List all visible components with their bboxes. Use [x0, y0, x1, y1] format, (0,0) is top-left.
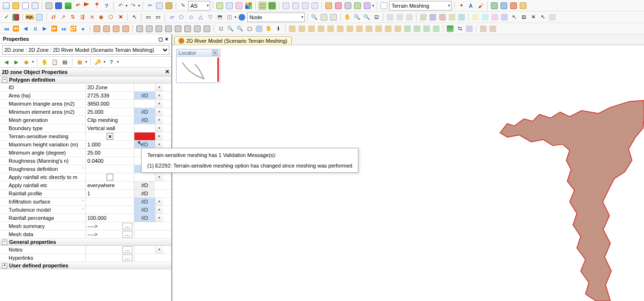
- help2-icon[interactable]: ?: [107, 58, 116, 66]
- chart-icon[interactable]: [446, 24, 454, 33]
- tree-icon[interactable]: [35, 13, 44, 22]
- net-icon[interactable]: ⇆: [455, 24, 464, 33]
- dropdown-btn[interactable]: [155, 214, 163, 222]
- g7-icon[interactable]: [193, 24, 202, 33]
- help-icon[interactable]: ?: [102, 1, 111, 10]
- forward-icon[interactable]: ⏩: [50, 24, 59, 33]
- t5-icon[interactable]: ↖: [510, 13, 518, 22]
- prop-value[interactable]: 2D Zone: [85, 84, 134, 91]
- flag-cell[interactable]: [134, 254, 155, 262]
- s16-icon[interactable]: [432, 24, 441, 33]
- p1-icon[interactable]: [419, 13, 428, 22]
- prop-value[interactable]: everywhere: [85, 181, 134, 189]
- prop-value[interactable]: …: [85, 246, 134, 253]
- g5-icon[interactable]: [174, 24, 182, 33]
- prop-value[interactable]: 1.000: [85, 141, 134, 148]
- grid2-icon[interactable]: [268, 1, 276, 10]
- copy-icon[interactable]: [155, 1, 164, 10]
- check-icon[interactable]: ✓: [2, 13, 11, 22]
- g3-icon[interactable]: [155, 24, 163, 33]
- net5-icon[interactable]: ⤨: [87, 13, 96, 22]
- ellipsis-btn[interactable]: …: [122, 246, 132, 253]
- locator-window[interactable]: Locator ×: [176, 49, 220, 83]
- s12-icon[interactable]: [394, 24, 402, 33]
- target-icon[interactable]: ◉: [22, 58, 31, 66]
- sun-icon[interactable]: [519, 1, 527, 10]
- tile4-icon[interactable]: [310, 1, 319, 10]
- flag-cell[interactable]: [134, 100, 155, 108]
- color-icon[interactable]: [244, 1, 253, 10]
- net3-icon[interactable]: ⇅: [68, 13, 77, 22]
- s11-icon[interactable]: [384, 24, 393, 33]
- object-selector[interactable]: 2D zone : 2D Zone : 2D River Model (Scen…: [2, 45, 169, 55]
- find1-icon[interactable]: 🔍: [310, 13, 319, 22]
- prop-value[interactable]: [85, 198, 134, 205]
- prop-value[interactable]: Vertical wall: [85, 124, 134, 132]
- v3-icon[interactable]: [112, 24, 120, 33]
- find3-icon[interactable]: [329, 13, 338, 22]
- rewind-icon[interactable]: ⏪: [12, 24, 20, 33]
- undo2-icon[interactable]: ↶: [116, 1, 125, 10]
- dropdown-btn[interactable]: [155, 116, 163, 124]
- dropdown-btn[interactable]: [155, 206, 163, 214]
- zoomout-icon[interactable]: 🔍: [362, 13, 371, 22]
- s5-icon[interactable]: [326, 24, 335, 33]
- doc2-icon[interactable]: [380, 1, 388, 10]
- dropdown-btn[interactable]: [155, 100, 163, 108]
- v2-icon[interactable]: [102, 24, 111, 33]
- x1-icon[interactable]: [479, 24, 488, 33]
- skip-fwd-icon[interactable]: ⏭: [60, 24, 68, 33]
- redo-icon[interactable]: ↷: [129, 1, 137, 10]
- file-dropdown[interactable]: Terrain Meshing: [389, 1, 452, 11]
- loop-icon[interactable]: 🔁: [69, 24, 78, 33]
- select2-icon[interactable]: ▭: [154, 13, 162, 22]
- shape7-icon[interactable]: ◫: [225, 13, 234, 22]
- s14-icon[interactable]: [413, 24, 421, 33]
- group-polygon[interactable]: −Polygon definition: [0, 76, 171, 84]
- box-icon[interactable]: ▢: [245, 24, 254, 33]
- cut-icon[interactable]: ✂: [145, 1, 154, 10]
- m2-icon[interactable]: [395, 13, 404, 22]
- g8-icon[interactable]: [203, 24, 211, 33]
- layer2-icon[interactable]: [225, 1, 234, 10]
- fire-icon[interactable]: [509, 1, 518, 10]
- layers-icon[interactable]: [255, 24, 263, 33]
- db-icon[interactable]: ▦: [75, 58, 84, 66]
- t6-icon[interactable]: ⊟: [519, 13, 528, 22]
- checkbox-icon[interactable]: [107, 174, 113, 181]
- net4-icon[interactable]: ⇶: [78, 13, 86, 22]
- step-back-icon[interactable]: ◀: [21, 24, 30, 33]
- hand2-icon[interactable]: ✋: [264, 24, 273, 33]
- flag-cell[interactable]: #D: [134, 214, 155, 222]
- flag-cell[interactable]: [134, 230, 155, 238]
- dropdown-btn[interactable]: [155, 124, 163, 132]
- close-props-icon[interactable]: ✕: [165, 69, 169, 75]
- search-icon[interactable]: 🔍: [226, 24, 235, 33]
- t4-icon[interactable]: [500, 13, 509, 22]
- s7-icon[interactable]: [346, 24, 354, 33]
- select1-icon[interactable]: ▭: [144, 13, 153, 22]
- sq2-icon[interactable]: [334, 1, 343, 10]
- pen-icon[interactable]: ✎: [179, 1, 187, 10]
- rec-icon[interactable]: ●: [79, 24, 87, 33]
- flag-cell[interactable]: #D: [134, 206, 155, 214]
- paste-icon[interactable]: [165, 1, 173, 10]
- list-icon[interactable]: ▤: [60, 58, 69, 66]
- zoomin-icon[interactable]: 🔍: [353, 13, 361, 22]
- dropdown-btn[interactable]: [155, 84, 163, 91]
- g1-icon[interactable]: [135, 24, 144, 33]
- net1-icon[interactable]: ⇄: [49, 13, 58, 22]
- dropdown-btn[interactable]: [155, 92, 163, 99]
- canvas[interactable]: Locator ×: [172, 45, 644, 301]
- s9-icon[interactable]: [365, 24, 373, 33]
- text-icon[interactable]: A: [466, 1, 475, 10]
- brush-icon[interactable]: 🖌: [476, 1, 485, 10]
- pause-icon[interactable]: ⏸: [31, 24, 39, 33]
- s4-icon[interactable]: [317, 24, 325, 33]
- s6-icon[interactable]: [336, 24, 345, 33]
- locator-close-icon[interactable]: ×: [212, 50, 218, 56]
- cursor-icon[interactable]: ↖: [130, 13, 139, 22]
- print-icon[interactable]: [45, 1, 53, 10]
- g4-icon[interactable]: [164, 24, 173, 33]
- step-fwd-icon[interactable]: ▶: [40, 24, 49, 33]
